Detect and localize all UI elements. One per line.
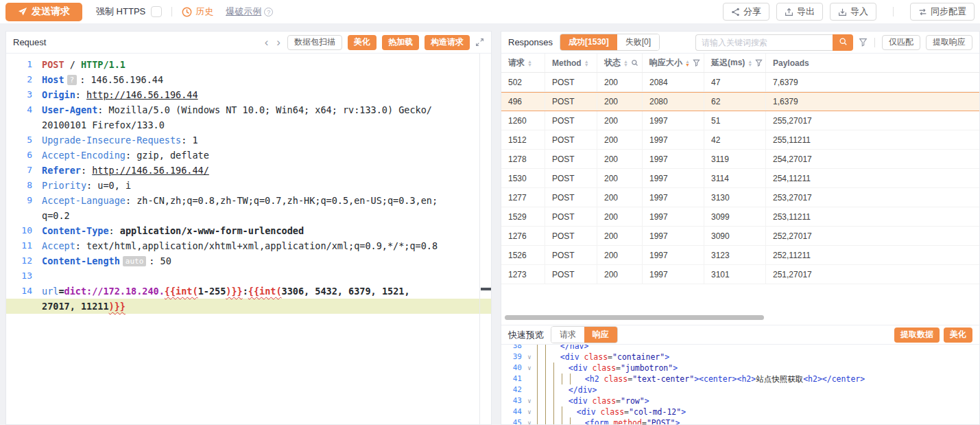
table-row[interactable]: 1273POST20019973101251,27017 xyxy=(501,265,979,284)
latency-cell: 3114 xyxy=(704,169,766,187)
fold-chevron-icon[interactable]: ∨ xyxy=(525,352,534,363)
indent-guide xyxy=(537,345,542,352)
latency-cell: 42 xyxy=(704,130,766,149)
request-panel-title: Request xyxy=(13,37,46,47)
tab-success[interactable]: 成功[1530] xyxy=(560,34,617,50)
table-row[interactable]: 1260POST200199751255,27017 xyxy=(501,111,979,130)
column-header[interactable]: 状态▲▼ xyxy=(597,54,643,72)
line-number: 42 xyxy=(501,384,525,395)
latency-cell: 3101 xyxy=(704,265,766,284)
line-number: 3 xyxy=(6,87,42,102)
column-header[interactable]: 请求▲▼ xyxy=(501,54,545,72)
construct-request-button[interactable]: 构造请求 xyxy=(425,35,470,50)
line-number: 4 xyxy=(6,102,42,117)
fold-chevron-icon[interactable]: ∨ xyxy=(525,363,534,374)
fold-chevron-icon[interactable]: ∨ xyxy=(525,406,534,417)
fold-chevron-icon[interactable]: ∨ xyxy=(525,395,534,406)
column-header[interactable]: Payloads xyxy=(766,54,979,72)
responses-table-zone: 请求▲▼Method▲▼状态▲▼响应大小▲▼延迟(ms)▲▼Payloads 5… xyxy=(501,54,979,325)
payloads-cell: 7,6379 xyxy=(766,73,979,91)
search-button[interactable] xyxy=(833,34,853,51)
tab-preview-request[interactable]: 请求 xyxy=(551,327,584,343)
force-https-checkbox[interactable] xyxy=(151,6,162,17)
share-button[interactable]: 分享 xyxy=(723,3,769,21)
filter-funnel-icon[interactable] xyxy=(859,38,868,47)
table-row[interactable]: 1278POST20019973119254,27017 xyxy=(501,150,979,169)
method-cell: POST xyxy=(545,227,597,245)
search-input[interactable] xyxy=(695,34,833,51)
sort-icon[interactable]: ▲▼ xyxy=(623,60,628,67)
size-cell: 1997 xyxy=(643,169,704,187)
request-code-line: 14url=dict://172.18.240.{{int(1-255)}}:{… xyxy=(6,284,491,299)
method-cell: POST xyxy=(545,73,597,91)
indent-guide xyxy=(553,395,559,406)
table-row[interactable]: 1277POST20019973130253,27017 xyxy=(501,188,979,207)
table-row[interactable]: 1512POST200199742255,11211 xyxy=(501,130,979,150)
request-count-cell: 1260 xyxy=(501,111,545,130)
responses-table-header: 请求▲▼Method▲▼状态▲▼响应大小▲▼延迟(ms)▲▼Payloads xyxy=(501,54,979,73)
clock-icon xyxy=(182,7,192,17)
editor-scrollbar-thumb[interactable] xyxy=(481,288,491,290)
indent-guide xyxy=(537,374,542,384)
latency-cell: 3119 xyxy=(704,150,766,168)
table-row[interactable]: 502POST2002084477,6379 xyxy=(501,73,979,92)
latency-cell: 3123 xyxy=(704,246,766,264)
sync-label: 同步配置 xyxy=(931,5,966,18)
line-number: 43 xyxy=(501,395,525,406)
size-cell: 2080 xyxy=(643,93,704,111)
line-number: 6 xyxy=(6,148,42,163)
tab-preview-response[interactable]: 响应 xyxy=(584,327,617,343)
table-row[interactable]: 1529POST20019973099253,11211 xyxy=(501,207,979,227)
chevron-right-icon[interactable]: › xyxy=(275,36,282,48)
blast-example-link[interactable]: 爆破示例 xyxy=(226,5,261,18)
sync-config-button[interactable]: 同步配置 xyxy=(910,3,975,21)
fuzzer-page: 发送请求 强制 HTTPS 历史 爆破示例 ? 分享 xyxy=(0,0,980,425)
preview-beautify-button[interactable]: 美化 xyxy=(944,328,972,343)
extract-data-button[interactable]: 提取数据 xyxy=(894,328,940,343)
export-button[interactable]: 导出 xyxy=(776,3,823,21)
status-cell: 200 xyxy=(597,265,643,284)
table-row[interactable]: 1276POST20019973090252,27017 xyxy=(501,227,979,246)
column-filter-icon[interactable] xyxy=(693,59,700,67)
method-cell: POST xyxy=(545,188,597,207)
history-button[interactable]: 历史 xyxy=(182,5,213,18)
table-row[interactable]: 496POST2002080621,6379 xyxy=(501,92,979,111)
hot-reload-button[interactable]: 热加载 xyxy=(382,35,419,50)
column-header[interactable]: Method▲▼ xyxy=(545,54,597,72)
tab-fail[interactable]: 失败[0] xyxy=(617,34,659,50)
method-cell: POST xyxy=(545,169,597,187)
send-request-button[interactable]: 发送请求 xyxy=(5,3,82,21)
fold-chevron-icon[interactable]: ∨ xyxy=(525,417,534,425)
extract-response-button[interactable]: 提取响应 xyxy=(926,35,972,50)
status-cell: 200 xyxy=(597,150,643,168)
preview-code-line: 41 <h2 class="text-center"><center><h2>站… xyxy=(501,374,979,384)
column-header[interactable]: 延迟(ms)▲▼ xyxy=(704,54,766,72)
request-editor[interactable]: 1POST / HTTP/1.12Host?: 146.56.196.443Or… xyxy=(6,54,491,425)
sort-icon[interactable]: ▲▼ xyxy=(748,60,752,67)
sort-icon[interactable]: ▲▼ xyxy=(584,60,589,67)
sort-icon[interactable]: ▲▼ xyxy=(527,60,532,67)
latency-cell: 62 xyxy=(704,93,766,111)
only-match-button[interactable]: 仅匹配 xyxy=(882,35,920,50)
column-header[interactable]: 响应大小▲▼ xyxy=(643,54,704,72)
fullscreen-icon[interactable] xyxy=(475,38,484,47)
import-button[interactable]: 导入 xyxy=(830,3,876,21)
table-row[interactable]: 1526POST20019973123252,11211 xyxy=(501,246,979,265)
request-code-line: 4User-Agent: Mozilla/5.0 (Windows NT 10.… xyxy=(6,102,491,117)
table-row[interactable]: 1530POST20019973114254,11211 xyxy=(501,169,979,188)
chevron-left-icon[interactable]: ‹ xyxy=(263,36,270,48)
response-preview-editor[interactable]: 38 </nav>39∨ <div class="container">40∨ … xyxy=(501,345,979,425)
sort-icon[interactable]: ▲▼ xyxy=(685,60,690,67)
column-search-icon[interactable] xyxy=(631,59,638,67)
beautify-button[interactable]: 美化 xyxy=(348,35,377,50)
table-horizontal-scrollbar[interactable] xyxy=(505,315,764,320)
preview-code-line: 44∨ <div class="col-md-12"> xyxy=(501,406,979,417)
line-number: 14 xyxy=(6,284,42,299)
responses-table-body: 502POST2002084477,6379496POST2002080621,… xyxy=(501,73,979,284)
force-https-group: 强制 HTTPS xyxy=(96,5,162,18)
request-code-line: 12Content-Lengthauto: 50 xyxy=(6,253,491,268)
request-count-cell: 1530 xyxy=(501,169,545,187)
share-icon xyxy=(731,8,740,16)
column-filter-icon[interactable] xyxy=(755,59,763,67)
packet-scan-button[interactable]: 数据包扫描 xyxy=(287,35,342,50)
